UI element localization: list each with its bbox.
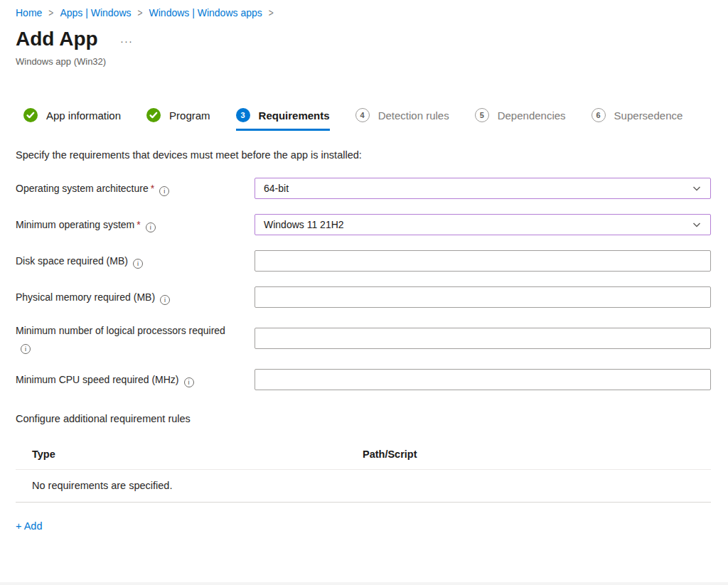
page-title: Add App bbox=[16, 28, 98, 50]
step-label: Supersedence bbox=[614, 109, 683, 122]
info-icon[interactable]: i bbox=[21, 344, 31, 354]
step-label: Dependencies bbox=[498, 109, 566, 122]
column-header-type: Type bbox=[32, 449, 363, 460]
field-label-text: Disk space required (MB) bbox=[16, 255, 128, 267]
step-number-badge: 4 bbox=[355, 108, 370, 122]
column-header-path-script: Path/Script bbox=[363, 449, 711, 460]
more-options-icon[interactable]: ... bbox=[121, 34, 134, 44]
breadcrumb-link-windows-apps[interactable]: Windows | Windows apps bbox=[149, 7, 262, 18]
chevron-down-icon bbox=[692, 220, 702, 230]
required-marker: * bbox=[151, 183, 154, 194]
field-label: Disk space required (MB)i bbox=[16, 253, 255, 269]
breadcrumb-separator-icon: > bbox=[138, 6, 143, 19]
breadcrumb: Home > Apps | Windows > Windows | Window… bbox=[16, 7, 711, 18]
field-label: Minimum operating system*i bbox=[16, 217, 255, 232]
title-row: Add App ... bbox=[16, 28, 711, 50]
step-detection-rules[interactable]: 4 Detection rules bbox=[355, 108, 449, 131]
info-icon[interactable]: i bbox=[184, 377, 194, 387]
step-number-badge: 3 bbox=[236, 108, 250, 122]
field-label: Physical memory required (MB)i bbox=[16, 289, 255, 305]
step-label: App information bbox=[46, 109, 121, 122]
field-label-text: Physical memory required (MB) bbox=[16, 291, 155, 303]
step-number-badge: 6 bbox=[592, 108, 606, 122]
disk-space-input[interactable] bbox=[255, 250, 711, 272]
form-row-minimum-os: Minimum operating system*i Windows 11 21… bbox=[16, 214, 711, 235]
info-icon[interactable]: i bbox=[146, 222, 156, 232]
field-label-text: Minimum CPU speed required (MHz) bbox=[16, 374, 179, 385]
add-app-page: Home > Apps | Windows > Windows | Window… bbox=[0, 0, 728, 532]
field-label: Operating system architecture*i bbox=[16, 181, 255, 196]
bottom-edge-strip bbox=[0, 582, 728, 585]
form-row-disk-space: Disk space required (MB)i bbox=[16, 250, 711, 272]
logical-processors-input[interactable] bbox=[255, 328, 711, 349]
table-empty-message: No requirements are specified. bbox=[16, 470, 711, 503]
requirement-rules-table: Type Path/Script No requirements are spe… bbox=[16, 443, 711, 503]
step-supersedence[interactable]: 6 Supersedence bbox=[592, 108, 683, 131]
page-subtitle: Windows app (Win32) bbox=[16, 56, 711, 67]
selected-value: Windows 11 21H2 bbox=[264, 219, 344, 230]
breadcrumb-separator-icon: > bbox=[48, 6, 53, 19]
breadcrumb-link-home[interactable]: Home bbox=[16, 7, 42, 18]
field-label-text: Operating system architecture bbox=[16, 183, 149, 194]
step-dependencies[interactable]: 5 Dependencies bbox=[475, 108, 566, 131]
chevron-down-icon bbox=[692, 183, 702, 193]
additional-rules-title: Configure additional requirement rules bbox=[16, 413, 711, 424]
table-header-row: Type Path/Script bbox=[16, 443, 711, 470]
field-label-text: Minimum number of logical processors req… bbox=[16, 325, 225, 336]
form-row-cpu-speed: Minimum CPU speed required (MHz)i bbox=[16, 369, 711, 390]
step-label: Detection rules bbox=[378, 109, 449, 122]
requirements-form: Operating system architecture*i 64-bit M… bbox=[16, 178, 711, 390]
info-icon[interactable]: i bbox=[133, 259, 143, 269]
step-requirements[interactable]: 3 Requirements bbox=[236, 108, 330, 131]
field-label-text: Minimum operating system bbox=[16, 219, 134, 230]
form-row-logical-processors: Minimum number of logical processors req… bbox=[16, 323, 711, 354]
check-circle-icon bbox=[23, 108, 38, 122]
info-icon[interactable]: i bbox=[159, 186, 169, 196]
step-program[interactable]: Program bbox=[146, 108, 210, 131]
step-label: Requirements bbox=[259, 109, 330, 122]
step-number-badge: 5 bbox=[475, 108, 489, 122]
add-requirement-link[interactable]: + Add bbox=[16, 520, 43, 532]
required-marker: * bbox=[136, 219, 140, 230]
field-label: Minimum number of logical processors req… bbox=[16, 323, 255, 354]
physical-memory-input[interactable] bbox=[255, 286, 711, 308]
step-label: Program bbox=[169, 109, 210, 122]
os-architecture-select[interactable]: 64-bit bbox=[255, 178, 711, 199]
cpu-speed-input[interactable] bbox=[255, 369, 711, 390]
selected-value: 64-bit bbox=[264, 183, 289, 194]
breadcrumb-link-apps-windows[interactable]: Apps | Windows bbox=[60, 7, 131, 18]
field-label: Minimum CPU speed required (MHz)i bbox=[16, 372, 255, 387]
info-icon[interactable]: i bbox=[160, 295, 170, 305]
step-app-information[interactable]: App information bbox=[23, 108, 121, 131]
breadcrumb-separator-icon: > bbox=[269, 6, 274, 19]
check-circle-icon bbox=[146, 108, 161, 122]
intro-text: Specify the requirements that devices mu… bbox=[16, 149, 711, 161]
form-row-physical-memory: Physical memory required (MB)i bbox=[16, 286, 711, 308]
form-row-os-architecture: Operating system architecture*i 64-bit bbox=[16, 178, 711, 199]
minimum-os-select[interactable]: Windows 11 21H2 bbox=[255, 214, 711, 235]
wizard-steps: App information Program 3 Requirements 4… bbox=[23, 108, 719, 131]
